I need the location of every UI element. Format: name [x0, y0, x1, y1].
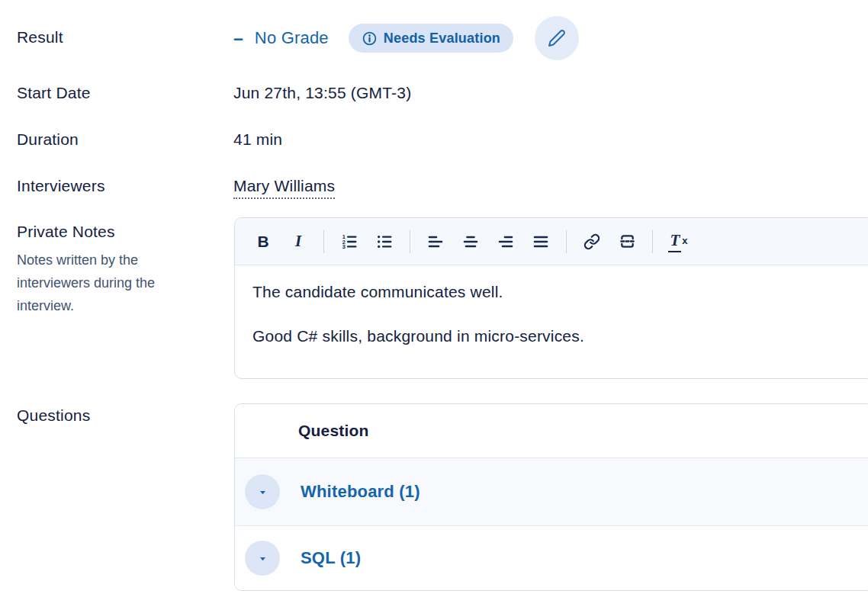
pencil-icon [548, 29, 566, 47]
private-notes-textarea[interactable]: The candidate communicates well. Good C#… [235, 265, 868, 345]
questions-label: Questions [17, 406, 90, 425]
result-label: Result [17, 28, 63, 47]
align-center-icon [461, 233, 480, 251]
private-notes-editor: B I 123 [234, 217, 868, 379]
toolbar-divider [410, 230, 410, 253]
align-center-button[interactable] [453, 226, 488, 258]
needs-evaluation-badge[interactable]: Needs Evaluation [349, 24, 513, 53]
link-icon [583, 233, 600, 250]
duration-label: Duration [17, 130, 79, 149]
toolbar-divider [566, 230, 567, 253]
grade-value: No Grade [255, 28, 329, 48]
italic-icon: I [295, 232, 301, 251]
clear-formatting-button[interactable]: Tx [661, 226, 696, 258]
horizontal-rule-button[interactable] [609, 226, 645, 258]
ordered-list-button[interactable]: 123 [332, 226, 367, 258]
italic-button[interactable]: I [281, 226, 316, 258]
question-group-row-sql[interactable]: SQL (1) [235, 526, 868, 590]
chevron-down-icon [257, 486, 268, 498]
svg-text:3: 3 [342, 243, 346, 250]
align-right-icon [497, 233, 515, 251]
toolbar-divider [323, 230, 324, 253]
question-column-header: Question [298, 422, 369, 440]
grade-dash: – [233, 28, 243, 49]
ordered-list-icon: 123 [341, 233, 358, 250]
interviewer-name[interactable]: Mary Williams [233, 177, 335, 199]
start-date-value: Jun 27th, 13:55 (GMT-3) [233, 84, 411, 102]
clear-formatting-icon: Tx [668, 231, 687, 252]
interviewer-name-wrap: Mary Williams [233, 177, 335, 199]
duration-value: 41 min [233, 130, 282, 149]
align-right-button[interactable] [488, 226, 523, 258]
align-left-button[interactable] [418, 226, 453, 258]
interviewers-label: Interviewers [17, 177, 105, 195]
bold-icon: B [257, 233, 268, 251]
private-notes-label: Private Notes [17, 223, 115, 241]
bullet-list-icon [376, 233, 393, 250]
editor-toolbar: B I 123 [235, 218, 868, 265]
start-date-label: Start Date [17, 84, 91, 102]
align-justify-button[interactable] [523, 226, 558, 258]
result-row: – No Grade Needs Evaluation [233, 15, 579, 61]
link-button[interactable] [574, 226, 609, 258]
align-justify-icon [532, 233, 550, 251]
private-notes-description: Notes written by the interviewers during… [17, 249, 197, 317]
toolbar-divider [652, 230, 653, 253]
questions-table: Question Whiteboard (1) SQL (1) [234, 403, 868, 591]
horizontal-rule-icon [619, 233, 636, 250]
note-paragraph: The candidate communicates well. [252, 283, 854, 301]
badge-label: Needs Evaluation [384, 30, 500, 47]
expand-sql-button[interactable] [245, 541, 280, 576]
question-group-title[interactable]: SQL (1) [301, 548, 361, 568]
question-group-row-whiteboard[interactable]: Whiteboard (1) [235, 458, 868, 526]
chevron-down-icon [257, 553, 268, 564]
expand-whiteboard-button[interactable] [245, 474, 280, 509]
note-paragraph: Good C# skills, background in micro-serv… [252, 327, 854, 345]
questions-header-row: Question [235, 404, 868, 458]
question-group-title[interactable]: Whiteboard (1) [301, 482, 420, 502]
edit-result-button[interactable] [535, 16, 579, 60]
bold-button[interactable]: B [246, 226, 281, 258]
align-left-icon [426, 233, 445, 251]
info-icon [362, 30, 378, 47]
bullet-list-button[interactable] [367, 226, 402, 258]
